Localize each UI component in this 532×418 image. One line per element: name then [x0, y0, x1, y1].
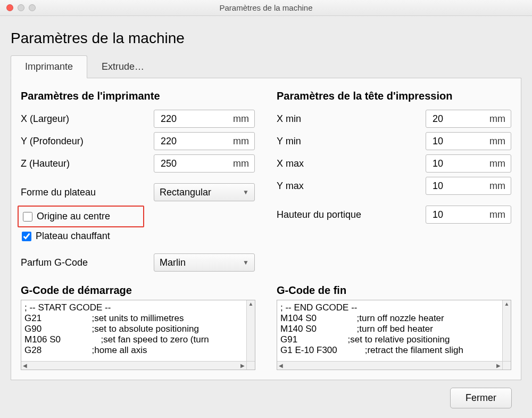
origin-center-highlight: Origine au centre	[18, 206, 144, 227]
page-title: Paramètres de la machine	[11, 30, 521, 47]
scroll-left-icon[interactable]: ◀	[21, 363, 29, 368]
gantry-height-label: Hauteur du portique	[277, 209, 426, 220]
x-min-label: X min	[277, 113, 426, 125]
origin-center-checkbox[interactable]	[23, 212, 32, 222]
printhead-settings-column: Paramètres de la tête d'impression X min…	[277, 87, 511, 276]
start-gcode-text[interactable]: ; -- START GCODE -- G21 ;set units to mi…	[21, 300, 246, 361]
start-gcode-area[interactable]: ; -- START GCODE -- G21 ;set units to mi…	[21, 300, 255, 370]
buildplate-shape-select[interactable]: Rectangular ▼	[154, 183, 255, 201]
printer-settings-column: Paramètres de l'imprimante X (Largeur) m…	[21, 87, 255, 276]
z-height-label: Z (Hauteur)	[21, 158, 154, 169]
gantry-height-field[interactable]: mm	[426, 206, 511, 224]
heated-bed-label: Plateau chauffant	[36, 231, 110, 242]
vertical-scrollbar[interactable]: ▲	[502, 300, 511, 361]
unit-mm: mm	[487, 113, 505, 125]
close-button[interactable]: Fermer	[450, 388, 512, 408]
tabstrip: Imprimante Extrude…	[11, 55, 521, 78]
vertical-scrollbar[interactable]: ▲	[246, 300, 255, 361]
x-width-label: X (Largeur)	[21, 113, 154, 125]
printhead-settings-heading: Paramètres de la tête d'impression	[277, 90, 511, 102]
zoom-window-icon[interactable]	[29, 4, 36, 11]
buildplate-shape-value: Rectangular	[160, 187, 211, 198]
x-min-field[interactable]: mm	[426, 110, 511, 128]
chevron-down-icon: ▼	[243, 188, 249, 196]
y-depth-label: Y (Profondeur)	[21, 136, 154, 147]
gcode-flavor-label: Parfum G-Code	[21, 257, 154, 268]
tab-extruder[interactable]: Extrude…	[87, 55, 159, 78]
y-max-field[interactable]: mm	[426, 177, 511, 195]
scroll-corner	[246, 361, 255, 370]
gcode-flavor-value: Marlin	[160, 257, 186, 268]
window-title: Paramètres de la machine	[0, 3, 532, 12]
buildplate-shape-label: Forme du plateau	[21, 187, 154, 198]
start-gcode-heading: G-Code de démarrage	[21, 284, 255, 297]
scroll-right-icon[interactable]: ▶	[495, 363, 502, 368]
y-max-input[interactable]	[431, 180, 487, 192]
x-max-field[interactable]: mm	[426, 154, 511, 173]
gantry-height-input[interactable]	[431, 209, 487, 221]
y-min-label: Y min	[277, 136, 426, 147]
scroll-up-icon[interactable]: ▲	[248, 300, 254, 308]
scroll-left-icon[interactable]: ◀	[277, 363, 285, 368]
tab-printer[interactable]: Imprimante	[11, 55, 87, 78]
x-width-field[interactable]: mm	[154, 110, 255, 128]
scroll-up-icon[interactable]: ▲	[504, 300, 510, 308]
unit-mm: mm	[487, 136, 505, 147]
chevron-down-icon: ▼	[243, 259, 249, 266]
heated-bed-checkbox[interactable]	[22, 232, 31, 241]
y-min-input[interactable]	[431, 135, 487, 147]
z-height-field[interactable]: mm	[154, 154, 255, 173]
end-gcode-heading: G-Code de fin	[277, 284, 511, 297]
footer: Fermer	[11, 380, 521, 408]
y-min-field[interactable]: mm	[426, 132, 511, 150]
content: Paramètres de la machine Imprimante Extr…	[0, 16, 532, 415]
unit-mm: mm	[231, 158, 249, 169]
z-height-input[interactable]	[160, 158, 231, 170]
x-min-input[interactable]	[431, 113, 487, 125]
x-max-label: X max	[277, 158, 426, 169]
window-controls	[0, 4, 36, 11]
horizontal-scrollbar[interactable]: ◀ ▶	[21, 361, 246, 370]
x-width-input[interactable]	[160, 113, 231, 125]
unit-mm: mm	[487, 158, 505, 169]
gcode-flavor-select[interactable]: Marlin ▼	[154, 253, 255, 272]
scroll-right-icon[interactable]: ▶	[239, 363, 246, 368]
minimize-window-icon[interactable]	[18, 4, 24, 11]
close-window-icon[interactable]	[6, 4, 13, 11]
origin-center-label: Origine au centre	[37, 211, 110, 222]
unit-mm: mm	[487, 209, 505, 220]
y-depth-input[interactable]	[160, 135, 231, 147]
end-gcode-area[interactable]: ; -- END GCODE -- M104 S0 ;turn off nozz…	[277, 300, 511, 370]
printer-settings-heading: Paramètres de l'imprimante	[21, 90, 255, 102]
tab-panel: Paramètres de l'imprimante X (Largeur) m…	[11, 78, 521, 380]
x-max-input[interactable]	[431, 158, 487, 170]
horizontal-scrollbar[interactable]: ◀ ▶	[277, 361, 502, 370]
titlebar: Paramètres de la machine	[0, 0, 532, 16]
unit-mm: mm	[487, 181, 505, 192]
scroll-corner	[502, 361, 511, 370]
unit-mm: mm	[231, 113, 249, 125]
y-depth-field[interactable]: mm	[154, 132, 255, 150]
end-gcode-text[interactable]: ; -- END GCODE -- M104 S0 ;turn off nozz…	[277, 300, 502, 361]
y-max-label: Y max	[277, 181, 426, 192]
unit-mm: mm	[231, 136, 249, 147]
